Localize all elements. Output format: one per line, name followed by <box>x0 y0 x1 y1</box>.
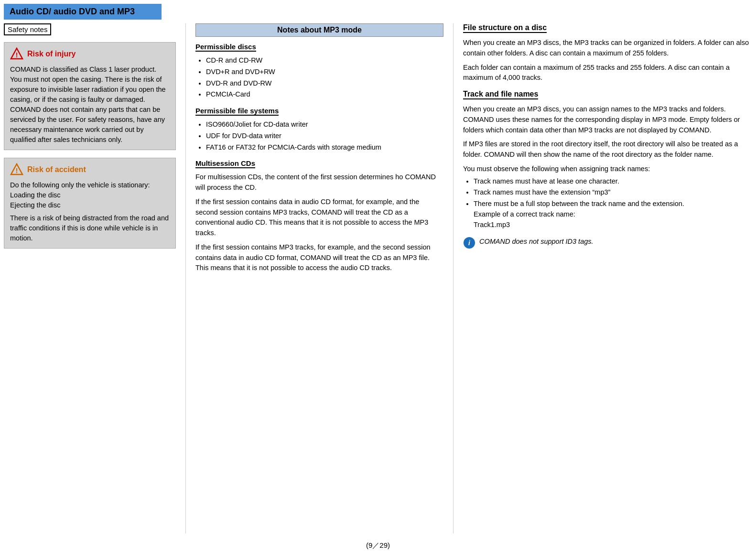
risk-accident-item1: Loading the disc <box>10 190 170 200</box>
list-item: Track names must have at lease one chara… <box>474 176 752 187</box>
info-circle-icon: i <box>463 237 475 249</box>
warning-triangle-accident-icon: ! <box>10 163 23 176</box>
left-column: Safety notes ! Risk of injury COMAND is … <box>4 23 185 533</box>
list-item: DVD-R and DVD-RW <box>206 78 443 89</box>
track-names-list: Track names must have at lease one chara… <box>463 176 752 230</box>
risk-accident-body: Do the following only the vehicle is sta… <box>10 180 170 243</box>
list-item: There must be a full stop between the tr… <box>474 199 752 230</box>
multisession-heading: Multisession CDs <box>195 159 255 168</box>
multisession-para3: If the first session contains MP3 tracks… <box>195 242 443 273</box>
file-structure-para1: When you create an MP3 discs, the MP3 tr… <box>463 38 752 59</box>
example-label: Example of a correct track name: <box>474 210 575 218</box>
content-area: Safety notes ! Risk of injury COMAND is … <box>0 23 756 533</box>
risk-injury-label: Risk of injury <box>27 50 76 58</box>
multisession-para1: For multisession CDs, the content of the… <box>195 172 443 193</box>
info-box: i COMAND does not support ID3 tags. <box>463 237 752 249</box>
risk-injury-body: COMAND is classified as Class 1 laser pr… <box>10 65 170 145</box>
svg-text:!: ! <box>16 167 18 174</box>
risk-accident-label: Risk of accident <box>27 165 86 174</box>
right-column: File structure on a disc When you create… <box>453 23 752 533</box>
file-structure-heading: File structure on a disc <box>463 23 547 33</box>
track-names-para2: If MP3 files are stored in the root dire… <box>463 139 752 160</box>
list-item: FAT16 or FAT32 for PCMCIA-Cards with sto… <box>206 142 443 153</box>
page-container: Audio CD/ audio DVD and MP3 Safety notes… <box>0 0 756 554</box>
risk-accident-box: ! Risk of accident Do the following only… <box>4 158 176 249</box>
notes-header: Notes about MP3 mode <box>195 23 443 37</box>
multisession-block: Multisession CDs For multisession CDs, t… <box>195 159 443 273</box>
svg-text:!: ! <box>16 51 18 59</box>
list-item: ISO9660/Joliet for CD-data writer <box>206 119 443 130</box>
page-footer: (9／29) <box>0 533 756 554</box>
risk-accident-item2: Ejecting the disc <box>10 200 170 210</box>
permissible-filesystems-block: Permissible file systems ISO9660/Joliet … <box>195 107 443 152</box>
file-structure-para2: Each folder can contain a maximum of 255… <box>463 63 752 84</box>
list-item: PCMCIA-Card <box>206 89 443 100</box>
example-value: Track1.mp3 <box>474 221 510 228</box>
permissible-discs-heading: Permissible discs <box>195 43 256 52</box>
risk-accident-extra: There is a risk of being distracted from… <box>10 213 170 243</box>
track-file-names-block: Track and file names When you create an … <box>463 90 752 249</box>
multisession-para2: If the first session contains data in au… <box>195 197 443 239</box>
main-title: Audio CD/ audio DVD and MP3 <box>4 4 162 20</box>
risk-injury-title: ! Risk of injury <box>10 47 170 61</box>
safety-notes-heading: Safety notes <box>4 23 51 35</box>
list-item: Track names must have the extension “mp3… <box>474 187 752 198</box>
info-text: COMAND does not support ID3 tags. <box>479 237 594 246</box>
permissible-discs-list: CD-R and CD-RW DVD+R and DVD+RW DVD-R an… <box>195 55 443 100</box>
risk-accident-title: ! Risk of accident <box>10 163 170 176</box>
track-file-names-heading: Track and file names <box>463 90 538 99</box>
permissible-filesystems-heading: Permissible file systems <box>195 107 279 116</box>
warning-triangle-icon: ! <box>10 47 23 61</box>
permissible-filesystems-list: ISO9660/Joliet for CD-data writer UDF fo… <box>195 119 443 152</box>
list-item: CD-R and CD-RW <box>206 55 443 66</box>
list-item: DVD+R and DVD+RW <box>206 67 443 77</box>
list-item: UDF for DVD-data writer <box>206 131 443 141</box>
risk-accident-intro: Do the following only the vehicle is sta… <box>10 180 170 190</box>
track-names-para1: When you create an MP3 discs, you can as… <box>463 104 752 135</box>
file-structure-block: File structure on a disc When you create… <box>463 23 752 83</box>
permissible-discs-block: Permissible discs CD-R and CD-RW DVD+R a… <box>195 43 443 100</box>
risk-injury-box: ! Risk of injury COMAND is classified as… <box>4 42 176 150</box>
track-names-para3: You must observe the following when assi… <box>463 164 752 174</box>
page-number: (9／29) <box>366 541 390 549</box>
middle-column: Notes about MP3 mode Permissible discs C… <box>185 23 453 533</box>
